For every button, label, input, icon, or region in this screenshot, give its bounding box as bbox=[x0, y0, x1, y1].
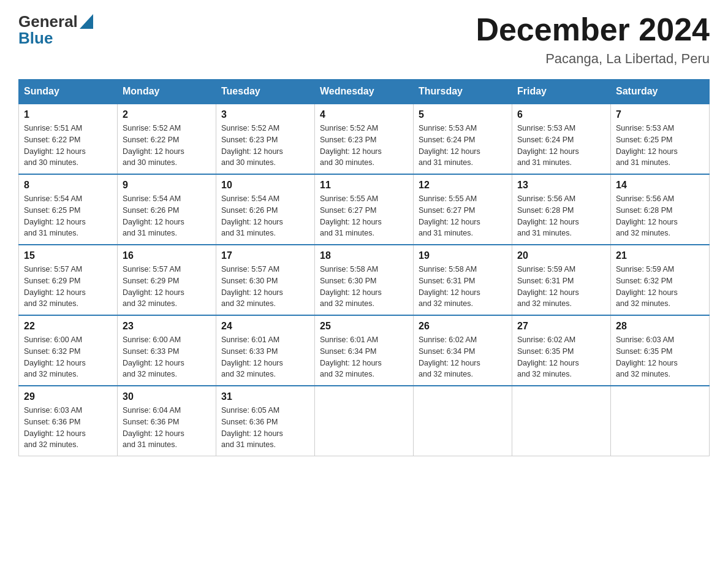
daylight-minutes: and 32 minutes. bbox=[123, 370, 177, 378]
sunset-label: Sunset: 6:32 PM bbox=[24, 347, 80, 356]
day-number: 3 bbox=[221, 109, 309, 120]
day-info: Sunrise: 5:57 AM Sunset: 6:30 PM Dayligh… bbox=[221, 264, 309, 310]
calendar-cell: 2 Sunrise: 5:52 AM Sunset: 6:22 PM Dayli… bbox=[118, 104, 216, 174]
logo-triangle-icon bbox=[80, 14, 93, 29]
daylight-label: Daylight: 12 hours bbox=[517, 218, 579, 226]
daylight-minutes: and 32 minutes. bbox=[616, 229, 670, 237]
sunset-label: Sunset: 6:30 PM bbox=[221, 277, 278, 285]
sunrise-label: Sunrise: 6:00 AM bbox=[123, 335, 181, 344]
daylight-minutes: and 31 minutes. bbox=[517, 158, 572, 167]
daylight-label: Daylight: 12 hours bbox=[123, 218, 184, 226]
sunset-label: Sunset: 6:32 PM bbox=[616, 277, 672, 285]
calendar-cell: 24 Sunrise: 6:01 AM Sunset: 6:33 PM Dayl… bbox=[216, 315, 315, 386]
header-saturday: Saturday bbox=[611, 80, 710, 104]
daylight-minutes: and 32 minutes. bbox=[123, 299, 177, 308]
day-number: 26 bbox=[419, 321, 507, 332]
daylight-label: Daylight: 12 hours bbox=[320, 288, 382, 297]
subtitle: Pacanga, La Libertad, Peru bbox=[476, 51, 710, 67]
sunset-label: Sunset: 6:23 PM bbox=[320, 136, 376, 144]
daylight-label: Daylight: 12 hours bbox=[221, 218, 283, 226]
sunset-label: Sunset: 6:24 PM bbox=[419, 136, 475, 144]
sunset-label: Sunset: 6:24 PM bbox=[517, 136, 574, 144]
daylight-label: Daylight: 12 hours bbox=[616, 218, 678, 226]
daylight-minutes: and 32 minutes. bbox=[616, 370, 670, 378]
calendar-cell bbox=[512, 386, 611, 456]
sunrise-label: Sunrise: 6:02 AM bbox=[419, 335, 477, 344]
calendar-cell: 27 Sunrise: 6:02 AM Sunset: 6:35 PM Dayl… bbox=[512, 315, 611, 386]
day-info: Sunrise: 5:52 AM Sunset: 6:22 PM Dayligh… bbox=[123, 123, 211, 169]
daylight-label: Daylight: 12 hours bbox=[616, 147, 678, 156]
daylight-label: Daylight: 12 hours bbox=[616, 359, 678, 367]
day-info: Sunrise: 5:58 AM Sunset: 6:30 PM Dayligh… bbox=[320, 264, 408, 310]
header-tuesday: Tuesday bbox=[216, 80, 315, 104]
calendar-cell: 6 Sunrise: 5:53 AM Sunset: 6:24 PM Dayli… bbox=[512, 104, 611, 174]
sunset-label: Sunset: 6:26 PM bbox=[221, 206, 278, 215]
sunrise-label: Sunrise: 5:58 AM bbox=[419, 265, 477, 274]
svg-marker-0 bbox=[80, 14, 93, 29]
calendar-cell: 22 Sunrise: 6:00 AM Sunset: 6:32 PM Dayl… bbox=[19, 315, 118, 386]
sunrise-label: Sunrise: 5:55 AM bbox=[320, 194, 378, 203]
daylight-minutes: and 32 minutes. bbox=[320, 370, 374, 378]
calendar-cell: 29 Sunrise: 6:03 AM Sunset: 6:36 PM Dayl… bbox=[19, 386, 118, 456]
calendar-cell: 16 Sunrise: 5:57 AM Sunset: 6:29 PM Dayl… bbox=[118, 245, 216, 315]
day-number: 23 bbox=[123, 321, 211, 332]
sunrise-label: Sunrise: 5:52 AM bbox=[221, 124, 279, 132]
header-monday: Monday bbox=[118, 80, 216, 104]
sunset-label: Sunset: 6:31 PM bbox=[517, 277, 574, 285]
daylight-minutes: and 30 minutes. bbox=[24, 158, 78, 167]
calendar-cell: 13 Sunrise: 5:56 AM Sunset: 6:28 PM Dayl… bbox=[512, 174, 611, 245]
calendar-cell: 26 Sunrise: 6:02 AM Sunset: 6:34 PM Dayl… bbox=[414, 315, 512, 386]
daylight-minutes: and 32 minutes. bbox=[517, 370, 572, 378]
daylight-minutes: and 32 minutes. bbox=[221, 370, 276, 378]
calendar-cell bbox=[611, 386, 710, 456]
calendar-week-row: 15 Sunrise: 5:57 AM Sunset: 6:29 PM Dayl… bbox=[19, 245, 710, 315]
calendar-cell: 30 Sunrise: 6:04 AM Sunset: 6:36 PM Dayl… bbox=[118, 386, 216, 456]
daylight-minutes: and 31 minutes. bbox=[123, 229, 177, 237]
day-info: Sunrise: 5:56 AM Sunset: 6:28 PM Dayligh… bbox=[616, 193, 704, 239]
daylight-label: Daylight: 12 hours bbox=[24, 147, 86, 156]
day-info: Sunrise: 6:05 AM Sunset: 6:36 PM Dayligh… bbox=[221, 405, 309, 451]
day-info: Sunrise: 5:53 AM Sunset: 6:24 PM Dayligh… bbox=[517, 123, 605, 169]
sunset-label: Sunset: 6:22 PM bbox=[24, 136, 80, 144]
sunrise-label: Sunrise: 5:53 AM bbox=[419, 124, 477, 132]
calendar-week-row: 29 Sunrise: 6:03 AM Sunset: 6:36 PM Dayl… bbox=[19, 386, 710, 456]
sunset-label: Sunset: 6:23 PM bbox=[221, 136, 278, 144]
daylight-label: Daylight: 12 hours bbox=[616, 288, 678, 297]
day-info: Sunrise: 5:55 AM Sunset: 6:27 PM Dayligh… bbox=[419, 193, 507, 239]
sunrise-label: Sunrise: 5:59 AM bbox=[616, 265, 674, 274]
sunset-label: Sunset: 6:34 PM bbox=[419, 347, 475, 356]
day-info: Sunrise: 6:04 AM Sunset: 6:36 PM Dayligh… bbox=[123, 405, 211, 451]
day-number: 12 bbox=[419, 180, 507, 191]
day-number: 8 bbox=[24, 180, 112, 191]
header-sunday: Sunday bbox=[19, 80, 118, 104]
day-number: 25 bbox=[320, 321, 408, 332]
calendar-table: SundayMondayTuesdayWednesdayThursdayFrid… bbox=[18, 79, 710, 456]
sunset-label: Sunset: 6:36 PM bbox=[123, 418, 179, 426]
calendar-cell: 19 Sunrise: 5:58 AM Sunset: 6:31 PM Dayl… bbox=[414, 245, 512, 315]
daylight-label: Daylight: 12 hours bbox=[123, 147, 184, 156]
day-info: Sunrise: 5:53 AM Sunset: 6:25 PM Dayligh… bbox=[616, 123, 704, 169]
day-number: 19 bbox=[419, 250, 507, 261]
day-info: Sunrise: 6:02 AM Sunset: 6:35 PM Dayligh… bbox=[517, 334, 605, 380]
calendar-cell: 7 Sunrise: 5:53 AM Sunset: 6:25 PM Dayli… bbox=[611, 104, 710, 174]
sunset-label: Sunset: 6:31 PM bbox=[419, 277, 475, 285]
day-number: 2 bbox=[123, 109, 211, 120]
calendar-cell: 31 Sunrise: 6:05 AM Sunset: 6:36 PM Dayl… bbox=[216, 386, 315, 456]
header-friday: Friday bbox=[512, 80, 611, 104]
daylight-label: Daylight: 12 hours bbox=[320, 359, 382, 367]
day-number: 16 bbox=[123, 250, 211, 261]
sunrise-label: Sunrise: 6:03 AM bbox=[616, 335, 674, 344]
daylight-label: Daylight: 12 hours bbox=[419, 218, 480, 226]
sunset-label: Sunset: 6:27 PM bbox=[419, 206, 475, 215]
daylight-label: Daylight: 12 hours bbox=[221, 147, 283, 156]
day-info: Sunrise: 5:52 AM Sunset: 6:23 PM Dayligh… bbox=[320, 123, 408, 169]
daylight-minutes: and 30 minutes. bbox=[123, 158, 177, 167]
daylight-label: Daylight: 12 hours bbox=[24, 288, 86, 297]
sunrise-label: Sunrise: 6:01 AM bbox=[221, 335, 279, 344]
day-info: Sunrise: 5:59 AM Sunset: 6:32 PM Dayligh… bbox=[616, 264, 704, 310]
sunrise-label: Sunrise: 6:00 AM bbox=[24, 335, 82, 344]
calendar-cell: 10 Sunrise: 5:54 AM Sunset: 6:26 PM Dayl… bbox=[216, 174, 315, 245]
sunset-label: Sunset: 6:25 PM bbox=[616, 136, 672, 144]
daylight-minutes: and 32 minutes. bbox=[24, 440, 78, 449]
sunset-label: Sunset: 6:36 PM bbox=[221, 418, 278, 426]
